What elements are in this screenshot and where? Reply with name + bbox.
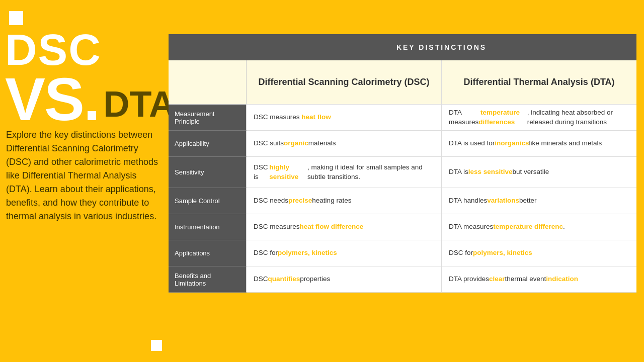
dsc-organic-highlight: organic (284, 139, 308, 148)
dsc-benefits-limitations: DSC quantifies properties (247, 266, 442, 292)
dsc-heat-flow-highlight: heat flow (300, 113, 331, 122)
dta-applications: DSC for polymers, kinetics (442, 240, 636, 266)
label-instrumentation: Instrumentation (169, 214, 247, 240)
row-instrumentation: DSC measures heat flow difference DTA me… (247, 214, 636, 240)
dta-temp-diff-highlight: temperature differences (478, 108, 527, 127)
key-distinctions-label-bar (169, 34, 247, 60)
comparison-table: Measurement Principle Applicability Sens… (169, 34, 636, 354)
key-distinctions-bar: KEY DISTINCTIONS (247, 34, 636, 60)
label-sensitivity: Sensitivity (169, 157, 247, 188)
dta-benefits-limitations: DTA provides clear thermal event indicat… (442, 266, 636, 292)
dsc-applicability: DSC suits organic materials (247, 131, 442, 156)
dsc-measurement-principle: DSC measures heat flow (247, 105, 442, 130)
dta-variations-highlight: variations (487, 196, 519, 206)
row-applicability: DSC suits organic materials DTA is used … (247, 131, 636, 157)
dta-instrumentation: DTA measures temperature differenc. (442, 214, 636, 240)
label-applicability: Applicability (169, 131, 247, 157)
data-columns: KEY DISTINCTIONS Differential Scanning C… (247, 34, 636, 354)
dta-applicability: DTA is used for inorganics like minerals… (442, 131, 636, 156)
row-applications: DSC for polymers, kinetics DSC for polym… (247, 240, 636, 266)
dsc-precise-highlight: precise (288, 196, 312, 206)
dsc-polymers-kinetics-highlight: polymers, kinetics (278, 248, 337, 258)
dsc-applications: DSC for polymers, kinetics (247, 240, 442, 266)
dsc-column-header: Differential Scanning Calorimetry (DSC) (247, 60, 442, 104)
label-applications: Applications (169, 240, 247, 266)
dta-indication-highlight: indication (546, 275, 578, 284)
dta-less-sensitive-highlight: less sensitive (468, 167, 513, 177)
dta-clear-highlight: clear (489, 275, 505, 284)
dta-title: DTA (103, 86, 175, 122)
row-sample-control: DSC needs precise heating rates DTA hand… (247, 188, 636, 214)
title-block: DSC VS. DTA (5, 28, 161, 126)
label-benefits-limitations: Benefits and Limitations (169, 266, 247, 293)
row-measurement-principle: DSC measures heat flow DTA measures temp… (247, 105, 636, 131)
dsc-quantifies-highlight: quantifies (268, 275, 300, 284)
vs-title: VS. (5, 72, 99, 126)
dsc-instrumentation: DSC measures heat flow difference (247, 214, 442, 240)
dta-sample-control: DTA handles variations better (442, 188, 636, 214)
dta-sensitivity: DTA is less sensitive but versatile (442, 157, 636, 188)
label-sample-control: Sample Control (169, 188, 247, 214)
dsc-highly-sensitive-highlight: highly sensitive (269, 163, 307, 182)
row-benefits-limitations: DSC quantifies properties DTA provides c… (247, 266, 636, 293)
dsc-heat-flow-diff-highlight: heat flow difference (300, 222, 364, 232)
labels-column: Measurement Principle Applicability Sens… (169, 34, 247, 354)
dta-measurement-principle: DTA measures temperature differences, in… (442, 105, 636, 130)
dta-polymers-kinetics-highlight: polymers, kinetics (473, 248, 532, 258)
label-col-header-spacer (169, 60, 247, 105)
bottom-square (151, 340, 162, 351)
label-measurement-principle: Measurement Principle (169, 105, 247, 131)
row-sensitivity: DSC is highly sensitive, making it ideal… (247, 157, 636, 188)
dta-column-header: Differential Thermal Analysis (DTA) (442, 60, 636, 104)
dta-inorganics-highlight: inorganics (495, 139, 529, 148)
dsc-sensitivity: DSC is highly sensitive, making it ideal… (247, 157, 442, 188)
dta-temp-differenc-highlight: temperature differenc (493, 222, 563, 232)
column-headers: Differential Scanning Calorimetry (DSC) … (247, 60, 636, 105)
logo-square (9, 11, 23, 25)
dsc-sample-control: DSC needs precise heating rates (247, 188, 442, 214)
description-text: Explore the key distinctions between Dif… (6, 128, 162, 223)
